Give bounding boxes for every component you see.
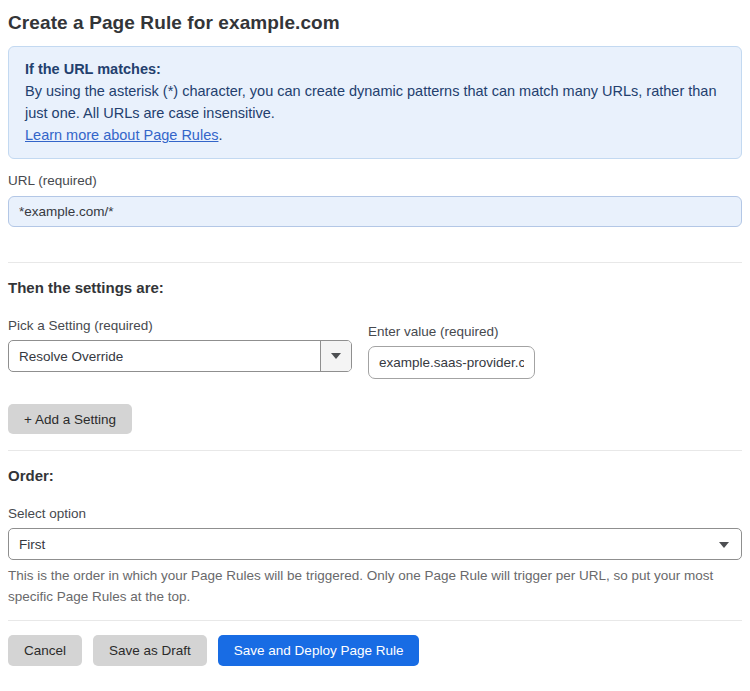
order-section-heading: Order: xyxy=(8,467,742,484)
setting-select-caret-button[interactable] xyxy=(320,341,351,371)
page-title: Create a Page Rule for example.com xyxy=(8,12,742,34)
cancel-button[interactable]: Cancel xyxy=(8,635,82,666)
setting-value-column: Enter value (required) xyxy=(368,324,535,379)
info-link-line: Learn more about Page Rules. xyxy=(25,124,725,146)
url-field-label: URL (required) xyxy=(8,173,742,188)
chevron-down-icon xyxy=(331,353,341,359)
info-box-heading: If the URL matches: xyxy=(25,58,725,80)
save-and-deploy-button[interactable]: Save and Deploy Page Rule xyxy=(218,635,420,666)
order-select-value: First xyxy=(19,537,45,552)
info-box-body: By using the asterisk (*) character, you… xyxy=(25,80,725,124)
divider xyxy=(8,262,742,263)
url-match-info-box: If the URL matches: By using the asteris… xyxy=(8,46,742,159)
setting-value-input[interactable] xyxy=(368,346,535,379)
settings-section-heading: Then the settings are: xyxy=(8,279,742,296)
order-select-label: Select option xyxy=(8,506,742,521)
setting-select-value: Resolve Override xyxy=(9,341,320,371)
learn-more-link[interactable]: Learn more about Page Rules xyxy=(25,127,218,143)
link-suffix: . xyxy=(218,127,222,143)
setting-select[interactable]: Resolve Override xyxy=(8,340,352,372)
value-field-label: Enter value (required) xyxy=(368,324,535,339)
setting-select-column: Pick a Setting (required) Resolve Overri… xyxy=(8,318,352,372)
save-as-draft-button[interactable]: Save as Draft xyxy=(93,635,207,666)
url-input[interactable] xyxy=(8,196,742,227)
action-buttons-row: Cancel Save as Draft Save and Deploy Pag… xyxy=(8,635,742,666)
add-setting-button[interactable]: + Add a Setting xyxy=(8,404,132,434)
create-page-rule-panel: Create a Page Rule for example.com If th… xyxy=(0,12,750,679)
chevron-down-icon xyxy=(719,542,729,548)
divider xyxy=(8,450,742,451)
setting-select-label: Pick a Setting (required) xyxy=(8,318,352,333)
order-helper-text: This is the order in which your Page Rul… xyxy=(8,565,742,607)
settings-row: Pick a Setting (required) Resolve Overri… xyxy=(8,318,742,379)
order-select[interactable]: First xyxy=(8,528,742,560)
divider xyxy=(8,620,742,621)
